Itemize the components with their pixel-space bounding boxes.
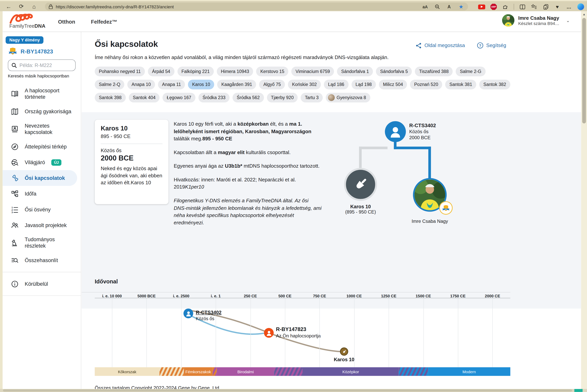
sample-chip[interactable]: Viminacium 6759 (291, 66, 334, 76)
refresh-icon[interactable]: ⟳ (17, 2, 26, 11)
chip-label: Santok 382 (483, 80, 506, 90)
sample-chip[interactable]: Falköping 221 (177, 66, 214, 76)
sample-chip[interactable]: Salme 2-G (456, 66, 485, 76)
sample-chip[interactable]: Sándorfalva 1 (337, 66, 373, 76)
sample-chip[interactable]: Końskie 302 (288, 80, 321, 90)
sample-chip[interactable]: Tjærby 920 (267, 93, 298, 102)
sidebar-item-tree[interactable]: Időfa (3, 186, 81, 202)
sidebar-item-compare[interactable]: Összehasonlít (3, 252, 81, 268)
duplicate-tab-icon[interactable] (542, 4, 549, 10)
karos-node[interactable] (344, 168, 377, 201)
sample-chip[interactable]: Tartu 3 (301, 93, 323, 102)
sample-chip[interactable]: Łęgowo 167 (163, 93, 195, 102)
chip-label: Śródka 233 (202, 93, 226, 102)
sidebar-item-bone[interactable]: Ősi kapcsolatok (3, 170, 77, 186)
search-input[interactable] (19, 62, 64, 68)
page: FamilyTreeDNA Otthon Felfedez™ Imre Csab… (3, 11, 581, 389)
browser-essentials-icon[interactable]: ♥ (554, 4, 560, 10)
collections-icon[interactable] (531, 4, 537, 10)
share-page-button[interactable]: Oldal megosztása (416, 42, 465, 48)
sidebar-item-map[interactable]: Ország gyakorisága (3, 104, 81, 119)
chip-label: Tjærby 920 (271, 93, 294, 102)
sidebar-item-people[interactable]: Javasolt projektek (3, 217, 81, 233)
sidebar-item-microscope[interactable]: Tudományos részletek (3, 233, 81, 252)
timeline-ancestor-node[interactable] (183, 308, 193, 318)
sample-chip[interactable]: Śródka 562 (232, 93, 264, 102)
ancient-sample-chips: Pohansko negyed 11Árpád 54Falköping 221H… (95, 66, 510, 102)
translate-icon[interactable]: aA (422, 3, 428, 10)
sample-chip[interactable]: Ląd 198 (351, 80, 376, 90)
haplogroup-search[interactable] (8, 60, 76, 71)
sample-chip[interactable]: Algyő 75 (259, 80, 285, 90)
ancestor-node[interactable] (385, 121, 406, 142)
text-run: 895 - 950 CE (202, 136, 232, 142)
address-bar[interactable]: https://discover.familytreedna.com/y-dna… (45, 3, 468, 11)
sidebar-item-numlist[interactable]: 123Ősi ösvény (3, 202, 81, 217)
chip-row: Salme 2-QAnapa 10Anapa 11Karos 10Kaagård… (95, 80, 510, 90)
adblock-extension-icon[interactable]: ABP (490, 4, 497, 10)
epoch-band: Középkor (303, 367, 399, 376)
sample-chip[interactable]: Himera 10943 (217, 66, 253, 76)
sidebar-item-label: Összehasonlít (25, 257, 58, 264)
haplogroup-row[interactable]: R-BY147823 (8, 48, 81, 55)
home-icon[interactable]: ⌂ (30, 2, 38, 11)
sample-chip[interactable]: Anapa 10 (128, 80, 155, 90)
user-menu[interactable]: Imre Csaba Nagy Készlet száma B94… ⌄ (502, 14, 570, 26)
person-icon (185, 310, 192, 317)
sample-chip[interactable]: Poznań 520 (410, 80, 442, 90)
sample-chip[interactable]: Ląd 186 (324, 80, 348, 90)
axis-tick-label: 250 CE (244, 294, 257, 298)
youtube-extension-icon[interactable] (478, 4, 485, 9)
sample-chip[interactable]: Santok 398 (95, 93, 126, 102)
sample-chip[interactable]: Sándorfalva 5 (376, 66, 412, 76)
haplogroup-id: R-BY147823 (21, 48, 53, 54)
favorite-star-icon[interactable]: ★ (458, 3, 464, 10)
help-button[interactable]: ? Segítség (477, 42, 506, 48)
sample-chip[interactable]: Pohansko negyed 11 (95, 66, 145, 76)
sample-chip[interactable]: Santok 382 (479, 80, 510, 90)
sample-chip[interactable]: Santok 381 (445, 80, 476, 90)
extensions-puzzle-icon[interactable] (502, 4, 508, 10)
ftdna-logo[interactable]: FamilyTreeDNA (9, 13, 45, 29)
copilot-icon[interactable] (577, 3, 584, 10)
copyright-text: Összes tartalom Copyright 2022-2024 Gene… (95, 385, 219, 389)
nav-felfedez[interactable]: Felfedez™ (91, 18, 117, 24)
sample-chip[interactable]: Gyenyiszova 8 (326, 93, 370, 102)
sample-chip[interactable]: Árpád 54 (148, 66, 174, 76)
vertical-scrollbar-thumb[interactable] (582, 18, 586, 124)
horizontal-scrollbar[interactable] (0, 389, 587, 392)
sample-chip[interactable]: Tiszafüred 388 (415, 66, 453, 76)
zoom-out-icon[interactable] (434, 3, 440, 10)
sidebar-item-about[interactable]: Körülbelül (3, 276, 81, 292)
sample-chip[interactable]: Kerstovo 15 (256, 66, 288, 76)
scrollbar-up-icon[interactable]: ▲ (582, 13, 585, 16)
sidebar-item-label: Ősi ösvény (25, 206, 51, 212)
chip-label: Tiszafüred 388 (419, 66, 449, 76)
horizontal-scrollbar-thumb[interactable] (3, 389, 572, 392)
timeline-karos-node[interactable] (340, 348, 348, 356)
epoch-label: Kőkorszak (118, 369, 136, 374)
read-aloud-icon[interactable]: A (446, 3, 452, 10)
timeline-your-haplogroup-node[interactable] (264, 328, 274, 338)
timeline-ancestor-id[interactable]: R-CTS3402 (196, 310, 221, 315)
sample-chip[interactable]: Santok 404 (129, 93, 160, 102)
sample-chip[interactable]: Karos 10 (188, 80, 214, 90)
sample-chip[interactable]: Anapa 11 (158, 80, 185, 90)
nav-otthon[interactable]: Otthon (58, 18, 75, 24)
sidebar-item-globe[interactable]: VilágjáróÚJ (3, 154, 81, 170)
sample-chip[interactable]: Salme 2-Q (95, 80, 124, 90)
back-icon[interactable]: ← (5, 2, 13, 11)
sidebar-item-compass[interactable]: Áttelepítési térkép (3, 139, 81, 154)
sample-chip[interactable]: Śródka 233 (198, 93, 230, 102)
axis-tick-label: i. e. 2500 (173, 294, 189, 298)
new-badge: ÚJ (51, 159, 62, 166)
svg-text:3: 3 (11, 211, 13, 214)
sidebar-item-badge[interactable]: Nevezetes kapcsolatok (3, 119, 81, 138)
sample-chip[interactable]: Milicz 504 (379, 80, 407, 90)
sidebar-item-book[interactable]: A haplocsoport története (3, 84, 81, 104)
vertical-scrollbar[interactable]: ▲ (581, 11, 587, 389)
split-screen-icon[interactable] (519, 4, 526, 10)
more-menu-icon[interactable]: … (566, 4, 572, 10)
sample-chip[interactable]: Kaagården 391 (217, 80, 256, 90)
timeline-ancestor-label[interactable]: R-CTS3402 Közös ős (196, 310, 221, 321)
